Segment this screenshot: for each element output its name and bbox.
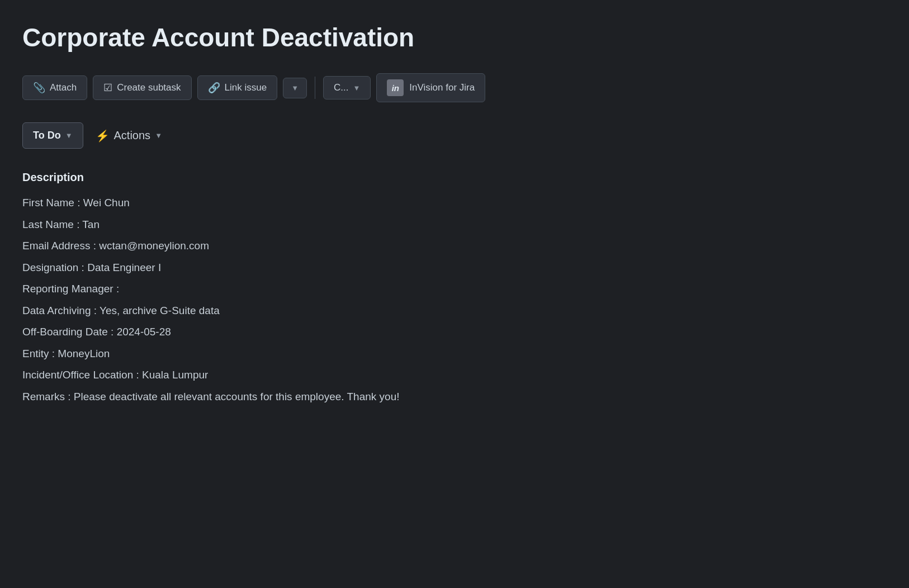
attach-button[interactable]: 📎 Attach	[22, 75, 87, 100]
description-line: Last Name : Tan	[22, 217, 887, 233]
description-line: Reporting Manager :	[22, 281, 887, 297]
toolbar-divider	[315, 77, 315, 99]
description-line: Data Archiving : Yes, archive G-Suite da…	[22, 303, 887, 319]
create-subtask-label: Create subtask	[117, 82, 181, 93]
toolbar: 📎 Attach ☑ Create subtask 🔗 Link issue ▼…	[22, 73, 887, 102]
chevron-down-icon: ▼	[291, 84, 299, 92]
description-line: Entity : MoneyLion	[22, 346, 887, 362]
c-dropdown-label: C...	[334, 82, 348, 93]
dropdown-chevron-button[interactable]: ▼	[283, 78, 307, 98]
invision-icon: in	[387, 79, 404, 96]
create-subtask-button[interactable]: ☑ Create subtask	[93, 75, 191, 100]
status-chevron-icon: ▼	[65, 131, 73, 140]
description-line: Off-Boarding Date : 2024-05-28	[22, 324, 887, 340]
description-section: Description First Name : Wei ChunLast Na…	[22, 171, 887, 405]
link-issue-icon: 🔗	[208, 82, 220, 94]
actions-chevron-icon: ▼	[155, 131, 162, 140]
description-line: First Name : Wei Chun	[22, 195, 887, 211]
link-issue-label: Link issue	[225, 82, 267, 93]
description-line: Remarks : Please deactivate all relevant…	[22, 389, 887, 405]
status-todo-button[interactable]: To Do ▼	[22, 122, 83, 149]
lightning-icon: ⚡	[96, 129, 110, 143]
description-line: Email Address : wctan@moneylion.com	[22, 238, 887, 254]
link-issue-button[interactable]: 🔗 Link issue	[197, 75, 278, 100]
invision-button[interactable]: in InVision for Jira	[376, 73, 485, 102]
status-label: To Do	[33, 130, 61, 141]
invision-label: InVision for Jira	[409, 82, 475, 93]
description-line: Designation : Data Engineer I	[22, 260, 887, 276]
attach-label: Attach	[50, 82, 77, 93]
status-actions-row: To Do ▼ ⚡ Actions ▼	[22, 122, 887, 149]
actions-label: Actions	[114, 129, 151, 142]
description-line: Incident/Office Location : Kuala Lumpur	[22, 367, 887, 383]
actions-button[interactable]: ⚡ Actions ▼	[92, 124, 165, 148]
description-content: First Name : Wei ChunLast Name : TanEmai…	[22, 195, 887, 405]
description-heading: Description	[22, 171, 887, 184]
c-chevron-icon: ▼	[353, 84, 360, 92]
create-subtask-icon: ☑	[103, 82, 112, 94]
attach-icon: 📎	[33, 82, 45, 94]
page-title: Corporate Account Deactivation	[22, 22, 887, 53]
c-dropdown-button[interactable]: C... ▼	[323, 76, 371, 99]
